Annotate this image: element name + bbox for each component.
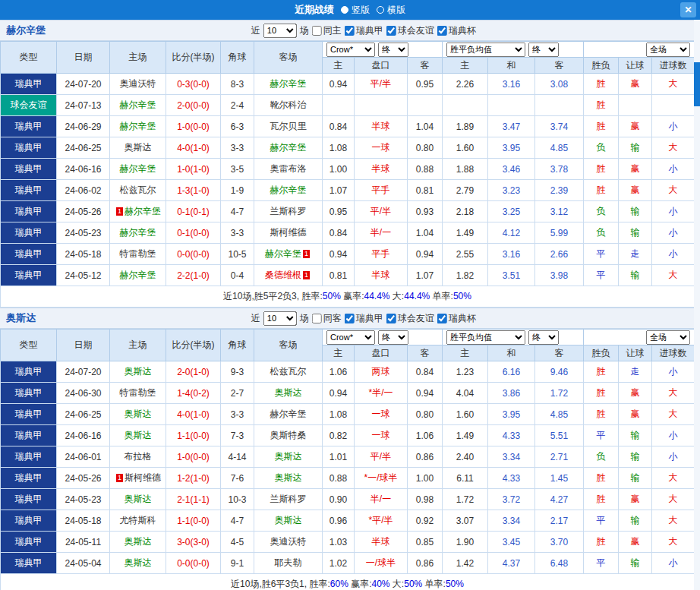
home-team-cell: 赫尔辛堡 [110, 265, 166, 286]
league-cell: 瑞典甲 [1, 468, 57, 489]
corners-cell: 4-7 [221, 510, 254, 532]
filter-same-checkbox[interactable]: 同客 [312, 312, 342, 325]
filter-same-checkbox[interactable]: 同主 [312, 24, 342, 37]
avg-away-cell: 3.08 [535, 74, 584, 95]
subheader-avg-away: 客 [535, 58, 584, 74]
league-checkbox-input[interactable] [345, 26, 355, 36]
avg-home-cell: 1.88 [443, 159, 488, 180]
summary-row: 近10场,胜6平3负1, 胜率:60% 赢率:40% 大:50% 单率:50% [1, 574, 695, 590]
odds-final-select[interactable]: 终 [378, 330, 408, 345]
same-checkbox-input[interactable] [312, 314, 322, 323]
home-team-cell: 特雷勒堡 [110, 383, 166, 404]
result-cell: 负 [584, 137, 619, 159]
header-score: 比分(半场) [166, 330, 221, 361]
result-cell: 平 [584, 425, 619, 446]
scope-select[interactable]: 全场 [646, 330, 690, 345]
filter-league-checkbox[interactable]: 球会友谊 [386, 24, 434, 37]
subheader-avg-draw: 和 [488, 58, 535, 74]
away-team-cell: 奥斯达 [254, 383, 323, 404]
corners-cell: 9-3 [221, 361, 254, 383]
handicap-result-cell: 走 [619, 244, 652, 265]
sections-container: 赫尔辛堡近10场同主瑞典甲球会友谊瑞典杯类型日期主场比分(半场)角球客场Crow… [0, 20, 700, 590]
summary-text: 大: [390, 579, 405, 589]
scope-select[interactable]: 全场 [646, 43, 690, 57]
league-checkbox-input[interactable] [386, 314, 396, 323]
corners-cell: 7-3 [221, 425, 254, 446]
filter-league-checkbox[interactable]: 瑞典甲 [345, 312, 383, 325]
filter-league-checkbox[interactable]: 瑞典杯 [437, 24, 476, 37]
league-checkbox-input[interactable] [437, 314, 447, 323]
avg-away-cell: 3.78 [535, 159, 584, 180]
team-name-text: 瓦尔贝里 [270, 121, 307, 131]
team-name-text: 赫尔辛堡 [270, 409, 307, 419]
close-button[interactable]: ✕ [680, 2, 696, 17]
home-team-cell: 奥斯达 [110, 404, 166, 425]
avg-select[interactable]: 胜平负均值 [446, 43, 525, 57]
result-cell: 胜 [584, 532, 619, 553]
score-cell: 0-0(0-0) [166, 553, 221, 574]
recent-count-select[interactable]: 10 [263, 311, 297, 326]
odds-home-cell: 0.88 [323, 468, 355, 489]
match-row: 瑞典甲24-06-30特雷勒堡1-4(0-2)2-7奥斯达0.94*半/一0.9… [1, 383, 695, 404]
league-cell: 瑞典甲 [1, 74, 57, 95]
subheader-odds-home: 主 [323, 58, 355, 74]
radio-vertical[interactable]: 竖版 [341, 4, 370, 17]
header-date: 日期 [57, 330, 110, 361]
section-header: 赫尔辛堡近10场同主瑞典甲球会友谊瑞典杯 [0, 20, 700, 41]
odds-away-cell: 1.04 [408, 222, 443, 244]
result-cell: 胜 [584, 489, 619, 510]
home-team-cell: 1斯柯维德 [110, 468, 166, 489]
red-card-badge: 1 [303, 250, 310, 258]
date-cell: 24-06-29 [57, 116, 110, 137]
handicap-line-cell: 平/半 [355, 201, 408, 222]
goals-cell: 大 [652, 383, 695, 404]
team-name-text: 耶夫勒 [275, 557, 302, 568]
radio-horizontal[interactable]: 横版 [377, 4, 405, 17]
score-cell: 0-1(0-0) [166, 222, 221, 244]
summary-cell: 近10场,胜5平2负3, 胜率:50% 赢率:44.4% 大:44.4% 单率:… [1, 286, 695, 308]
home-team-cell: 1赫尔辛堡 [110, 201, 166, 222]
section-team-title: 赫尔辛堡 [0, 24, 46, 37]
subheader-avg-home: 主 [443, 345, 488, 361]
score-cell: 2-2(1-0) [166, 265, 221, 286]
avg-draw-cell: 3.47 [488, 116, 535, 137]
filter-league-checkbox[interactable]: 瑞典甲 [345, 24, 383, 37]
league-checkbox-input[interactable] [345, 314, 355, 323]
odds-source-select[interactable]: Crow* [326, 330, 375, 345]
score-cell: 3-0(3-0) [166, 532, 221, 553]
filter-league-checkbox[interactable]: 球会友谊 [386, 312, 434, 325]
avg-home-cell: 3.07 [443, 510, 488, 532]
league-checkbox-input[interactable] [386, 26, 396, 36]
recent-count-select[interactable]: 10 [263, 24, 297, 38]
scrollbar[interactable] [694, 20, 700, 590]
header-home: 主场 [110, 330, 166, 361]
avg-away-cell: 2.71 [535, 446, 584, 468]
score-cell: 2-0(1-0) [166, 361, 221, 383]
avg-home-cell: 4.04 [443, 383, 488, 404]
filter-league-label: 瑞典甲 [356, 24, 383, 37]
goals-cell: 小 [652, 201, 695, 222]
avg-final-select[interactable]: 终 [528, 330, 559, 345]
odds-away-cell: 0.88 [408, 159, 443, 180]
summary-text: 近10场,胜5平2负3, 胜率: [223, 291, 323, 301]
handicap-result-cell: 走 [619, 361, 652, 383]
filter-league-checkbox[interactable]: 瑞典杯 [437, 312, 476, 325]
result-cell: 胜 [584, 95, 619, 116]
odds-away-cell: 0.85 [408, 532, 443, 553]
scrollbar-thumb[interactable] [694, 62, 700, 106]
odds-source-select[interactable]: Crow* [326, 43, 375, 57]
result-cell: 负 [584, 446, 619, 468]
corners-cell: 7-6 [221, 468, 254, 489]
handicap-line-cell: 半球 [355, 159, 408, 180]
avg-final-select[interactable]: 终 [528, 43, 559, 57]
filter-league-label: 球会友谊 [398, 312, 434, 325]
league-checkbox-input[interactable] [437, 26, 447, 36]
subheader-odds-line: 盘口 [355, 345, 408, 361]
avg-select[interactable]: 胜平负均值 [446, 330, 525, 345]
odds-final-select[interactable]: 终 [378, 43, 408, 57]
team-name-text: 靴尔科治 [270, 99, 307, 110]
match-row: 瑞典甲24-06-25奥斯达4-0(1-0)3-3赫尔辛堡1.08一球0.801… [1, 404, 695, 425]
corners-cell: 0-4 [221, 265, 254, 286]
same-checkbox-input[interactable] [312, 26, 322, 36]
score-cell: 1-0(1-0) [166, 159, 221, 180]
